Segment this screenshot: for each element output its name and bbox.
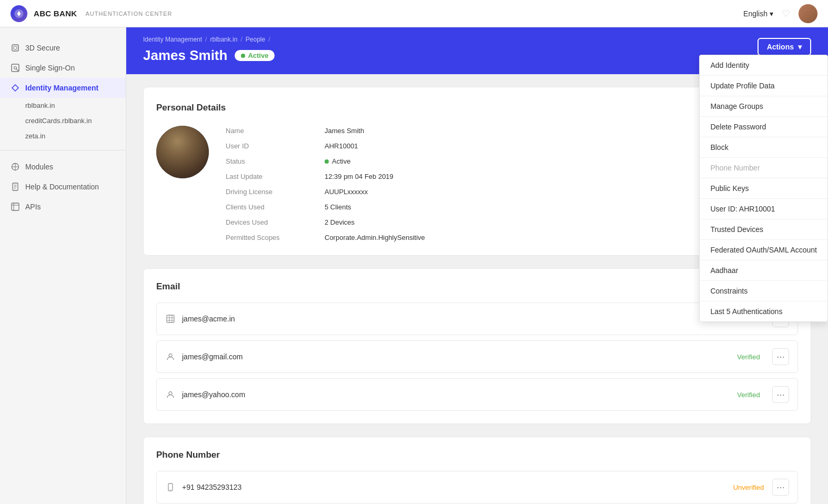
phone-title: Phone Number xyxy=(156,450,220,460)
topbar-right: English ▾ ♡ xyxy=(743,4,817,23)
dropdown-item-delete-password[interactable]: Delete Password xyxy=(700,117,827,137)
actions-dropdown: Add Identity Update Profile Data Manage … xyxy=(699,55,828,322)
phone-card: Phone Number +91 94235293123 Unverified … xyxy=(143,437,811,504)
app-name: ABC BANK xyxy=(34,9,77,18)
breadcrumb: Identity Management / rblbank.in / Peopl… xyxy=(143,36,811,43)
sidebar-subitem-creditcards[interactable]: creditCards.rblbank.in xyxy=(25,113,126,128)
email-status-2: Verified xyxy=(725,391,772,399)
phone-status-0: Unverified xyxy=(725,483,772,491)
phone-number-0: +91 94235293123 xyxy=(182,483,725,491)
label-name: Name xyxy=(226,126,320,136)
sidebar-item-sso[interactable]: Single Sign-On xyxy=(0,58,126,78)
sidebar-item-apis[interactable]: APIs xyxy=(0,197,126,217)
dropdown-item-add-identity[interactable]: Add Identity xyxy=(700,55,827,76)
label-devices-used: Devices Used xyxy=(226,217,320,227)
dropdown-item-update-profile[interactable]: Update Profile Data xyxy=(700,76,827,96)
svg-rect-1 xyxy=(12,45,18,51)
email-title: Email xyxy=(156,281,180,292)
label-last-update: Last Update xyxy=(226,172,320,182)
sidebar-label-sso: Single Sign-On xyxy=(25,64,75,72)
status-badge: Active xyxy=(235,50,275,61)
dropdown-item-public-keys[interactable]: Public Keys xyxy=(700,178,827,199)
sidebar: 3D Secure Single Sign-On Identity Manage… xyxy=(0,27,126,504)
status-dot xyxy=(241,54,245,58)
main-content: Identity Management / rblbank.in / Peopl… xyxy=(126,27,828,504)
email-row-2: james@yahoo.com Verified ⋯ xyxy=(156,378,798,411)
page-title: James Smith xyxy=(143,47,227,64)
phone-header: Phone Number xyxy=(156,450,798,460)
email-actions-1[interactable]: ⋯ xyxy=(772,348,789,365)
status-green-dot xyxy=(325,159,329,164)
email-address-2: james@yahoo.com xyxy=(182,390,725,399)
phone-row-0: +91 94235293123 Unverified ⋯ xyxy=(156,471,798,503)
svg-line-5 xyxy=(16,69,18,71)
label-status: Status xyxy=(226,156,320,166)
sidebar-divider xyxy=(0,150,126,150)
email-address-0: james@acme.in xyxy=(182,315,725,323)
email-actions-2[interactable]: ⋯ xyxy=(772,386,789,403)
dropdown-item-last-5-auth[interactable]: Last 5 Authentications xyxy=(700,301,827,321)
profile-avatar xyxy=(156,126,209,178)
email-person-icon-2 xyxy=(165,389,176,400)
actions-button[interactable]: Actions ▾ xyxy=(758,38,811,56)
dropdown-item-trusted-devices[interactable]: Trusted Devices xyxy=(700,219,827,240)
breadcrumb-identity-management[interactable]: Identity Management xyxy=(143,36,202,43)
personal-details-title: Personal Details xyxy=(156,103,226,113)
status-label: Active xyxy=(248,52,268,59)
label-userid: User ID xyxy=(226,141,320,151)
phone-actions-0[interactable]: ⋯ xyxy=(772,479,789,496)
actions-label: Actions xyxy=(767,43,794,51)
key-icon xyxy=(11,63,20,73)
app-subtitle: AUTHENTICATION CENTER xyxy=(85,11,172,17)
dropdown-item-block[interactable]: Block xyxy=(700,137,827,158)
dropdown-item-constraints[interactable]: Constraints xyxy=(700,281,827,301)
favorite-icon[interactable]: ♡ xyxy=(782,8,790,19)
avatar-image xyxy=(799,4,817,23)
dropdown-item-user-id[interactable]: User ID: AHR10001 xyxy=(700,199,827,219)
sidebar-label-3d-secure: 3D Secure xyxy=(25,44,60,52)
language-caret: ▾ xyxy=(770,9,773,18)
page-header: Identity Management / rblbank.in / Peopl… xyxy=(126,27,828,74)
actions-caret: ▾ xyxy=(798,43,802,51)
svg-point-4 xyxy=(14,67,17,69)
svg-rect-16 xyxy=(167,315,174,322)
doc-icon xyxy=(11,182,20,191)
sidebar-subitem-zeta[interactable]: zeta.in xyxy=(25,128,126,144)
sidebar-label-help: Help & Documentation xyxy=(25,183,99,191)
sidebar-label-apis: APIs xyxy=(25,203,41,211)
sidebar-label-modules: Modules xyxy=(25,163,53,171)
user-avatar[interactable] xyxy=(799,4,817,23)
sidebar-label-identity-management: Identity Management xyxy=(25,84,98,92)
label-permitted-scopes: Permitted Scopes xyxy=(226,233,320,243)
sidebar-item-3d-secure[interactable]: 3D Secure xyxy=(0,38,126,58)
sidebar-subitem-rblbank[interactable]: rblbank.in xyxy=(25,98,126,113)
language-label: English xyxy=(743,9,768,18)
svg-rect-2 xyxy=(14,46,17,49)
email-status-1: Verified xyxy=(725,353,772,361)
dropdown-item-phone-number[interactable]: Phone Number xyxy=(700,158,827,178)
table-icon xyxy=(11,202,20,211)
email-address-1: james@gmail.com xyxy=(182,352,725,361)
language-selector[interactable]: English ▾ xyxy=(743,9,773,18)
label-driving-license: Driving License xyxy=(226,187,320,197)
svg-rect-13 xyxy=(12,203,19,210)
sidebar-item-help[interactable]: Help & Documentation xyxy=(0,177,126,197)
dropdown-item-aadhaar[interactable]: Aadhaar xyxy=(700,260,827,281)
sidebar-item-modules[interactable]: Modules xyxy=(0,157,126,177)
svg-point-21 xyxy=(169,354,172,357)
grid-icon xyxy=(11,162,20,172)
breadcrumb-rblbank[interactable]: rblbank.in xyxy=(210,36,237,43)
label-clients-used: Clients Used xyxy=(226,202,320,212)
phone-icon xyxy=(165,482,176,492)
breadcrumb-people[interactable]: People xyxy=(246,36,265,43)
diamond-icon xyxy=(11,83,20,93)
sidebar-item-identity-management[interactable]: Identity Management xyxy=(0,78,126,98)
email-row-1: james@gmail.com Verified ⋯ xyxy=(156,340,798,373)
layout: 3D Secure Single Sign-On Identity Manage… xyxy=(0,27,828,504)
sidebar-subitems: rblbank.in creditCards.rblbank.in zeta.i… xyxy=(0,98,126,144)
profile-avatar-image xyxy=(156,126,209,178)
svg-point-22 xyxy=(169,392,172,395)
topbar: ABC BANK AUTHENTICATION CENTER English ▾… xyxy=(0,0,828,27)
dropdown-item-federated-oauth[interactable]: Federated OAuth/SAML Account xyxy=(700,240,827,260)
dropdown-item-manage-groups[interactable]: Manage Groups xyxy=(700,96,827,117)
